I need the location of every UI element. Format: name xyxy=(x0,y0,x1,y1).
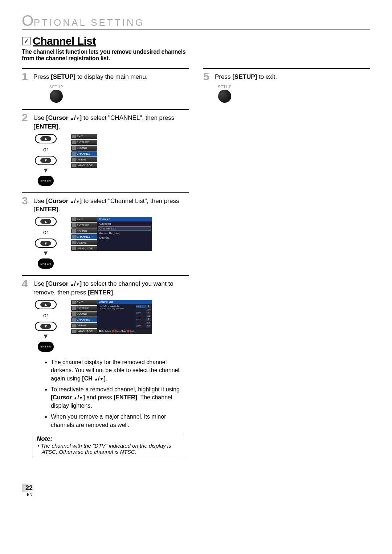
enter-button-icon: ENTER xyxy=(38,258,54,269)
osd-menu: EXIT PICTURE SOUND CHANNEL DETAIL LANGUA… xyxy=(71,134,97,168)
remote-cursor-group: ▲ or ▼ ▼ ENTER xyxy=(35,134,57,186)
osd-sub-antenna: Antenna xyxy=(97,236,152,240)
setup-button-group: SETUP xyxy=(218,85,232,103)
checkbox-icon: ✓ xyxy=(22,37,30,45)
bullet: To reactivate a removed channel, highlig… xyxy=(51,386,189,410)
step-number: 3 xyxy=(22,195,30,206)
divider xyxy=(22,109,189,110)
channel-list-panel: Channel List Highlight channels forCh Up… xyxy=(97,300,152,334)
cl-rows: DTV1 27 DTV1 41 DTV1 57 DTV67 xyxy=(136,305,151,327)
osd-item-picture: PICTURE xyxy=(71,306,97,311)
osd-submenu-header: Channel xyxy=(97,217,152,221)
remote-cursor-group: ▲ or ▼ ▼ ENTER xyxy=(35,217,57,269)
setup-label: SETUP xyxy=(218,85,232,89)
cl-row: 27 xyxy=(136,309,151,311)
step-number: 5 xyxy=(203,71,212,82)
osd-item-language: LANGUAGE xyxy=(71,246,97,251)
header-initial: O xyxy=(22,15,34,27)
step-number: 1 xyxy=(22,71,30,82)
osd-item-detail: DETAIL xyxy=(71,157,97,162)
step-text: Press [SETUP] to exit. xyxy=(215,71,277,81)
cursor-down-icon: ▼ xyxy=(35,239,57,248)
osd-sub-channel-list: Channel List xyxy=(98,226,151,231)
enter-button-icon: ENTER xyxy=(38,342,54,352)
cl-row: DTV67 xyxy=(136,325,151,327)
cl-hint: Highlight channels forCh Up/Down key sel… xyxy=(97,304,133,311)
osd-item-picture: PICTURE xyxy=(71,140,97,145)
or-label: or xyxy=(43,146,48,153)
header-title: PTIONAL SETTING xyxy=(34,17,144,28)
osd-sub-autoscan: Autoscan xyxy=(97,221,152,226)
step-text: Use [Cursor /] to select the channel you… xyxy=(33,278,189,297)
page-header: O PTIONAL SETTING xyxy=(22,15,370,30)
osd-item-detail: DETAIL xyxy=(71,240,97,245)
divider xyxy=(203,68,370,69)
osd-submenu: Channel Autoscan Channel List Manual Reg… xyxy=(97,217,152,251)
cursor-down-icon: ▼ xyxy=(35,156,57,165)
divider xyxy=(22,192,189,193)
cursor-up-icon: ▲ xyxy=(35,217,57,226)
arrow-down-icon: ▼ xyxy=(42,249,49,257)
note-box: Note: The channel with the "DTV" indicat… xyxy=(33,433,185,458)
osd-item-detail: DETAIL xyxy=(71,323,97,328)
or-label: or xyxy=(43,312,48,319)
osd-with-submenu: EXIT PICTURE SOUND CHANNEL DETAIL LANGUA… xyxy=(71,217,152,251)
bullet: The channel display for the removed chan… xyxy=(51,358,189,383)
osd-item-channel: CHANNEL xyxy=(71,234,97,239)
osd-item-exit: EXIT xyxy=(71,134,97,139)
osd-item-sound: SOUND xyxy=(71,146,97,151)
cl-row: DTV1 xyxy=(136,305,151,308)
step-text: Use [Cursor /] to select "Channel List",… xyxy=(33,195,179,214)
step4-notes: The channel display for the removed chan… xyxy=(36,358,189,429)
divider xyxy=(22,275,189,276)
cursor-up-icon: ▲ xyxy=(35,300,57,309)
cl-row: DTV1 xyxy=(136,318,151,321)
setup-button-group: SETUP xyxy=(49,85,63,103)
osd-item-channel: CHANNEL xyxy=(71,317,97,322)
cl-footer: Ch Select Watch/Skip Back xyxy=(97,329,152,333)
cl-row: 41 xyxy=(136,315,151,317)
setup-button-icon xyxy=(218,90,231,103)
cursor-down-icon: ▼ xyxy=(35,322,57,331)
step-text: Use [Cursor /] to select "CHANNEL", then… xyxy=(33,112,174,131)
setup-label: SETUP xyxy=(49,85,63,89)
osd-item-exit: EXIT xyxy=(71,217,97,222)
enter-button-icon: ENTER xyxy=(38,176,54,186)
page-number: 22 xyxy=(22,484,35,492)
osd-item-sound: SOUND xyxy=(71,228,97,233)
arrow-down-icon: ▼ xyxy=(42,167,49,174)
or-label: or xyxy=(43,229,48,236)
cl-row: 57 xyxy=(136,322,151,324)
setup-button-icon xyxy=(50,90,63,103)
note-title: Note: xyxy=(37,435,181,443)
arrow-down-icon: ▼ xyxy=(42,333,49,340)
section-description: The channel list function lets you remov… xyxy=(22,49,196,62)
note-body: The channel with the "DTV" indicated on … xyxy=(42,443,181,455)
cl-header: Channel List xyxy=(97,300,152,304)
section-title: Channel List xyxy=(33,35,96,47)
step-text: Press [SETUP] to display the main menu. xyxy=(33,71,148,81)
bullet: When you remove a major channel, its min… xyxy=(51,413,189,429)
language-code: EN xyxy=(27,492,35,497)
page-footer: 22 EN xyxy=(22,484,370,497)
osd-item-channel: CHANNEL xyxy=(71,151,97,156)
osd-channel-list-panel: EXIT PICTURE SOUND CHANNEL DETAIL LANGUA… xyxy=(71,300,152,334)
osd-item-sound: SOUND xyxy=(71,311,97,317)
step-number: 4 xyxy=(22,278,30,289)
divider xyxy=(22,68,189,69)
osd-item-language: LANGUAGE xyxy=(71,329,97,334)
osd-item-picture: PICTURE xyxy=(71,223,97,228)
remote-cursor-group: ▲ or ▼ ▼ ENTER xyxy=(35,300,57,352)
osd-item-exit: EXIT xyxy=(71,300,97,305)
step-number: 2 xyxy=(22,112,30,123)
cl-row: DTV1 xyxy=(136,311,151,314)
osd-sub-manual-register: Manual Register xyxy=(97,231,152,236)
osd-item-language: LANGUAGE xyxy=(71,163,97,168)
cursor-up-icon: ▲ xyxy=(35,134,57,143)
